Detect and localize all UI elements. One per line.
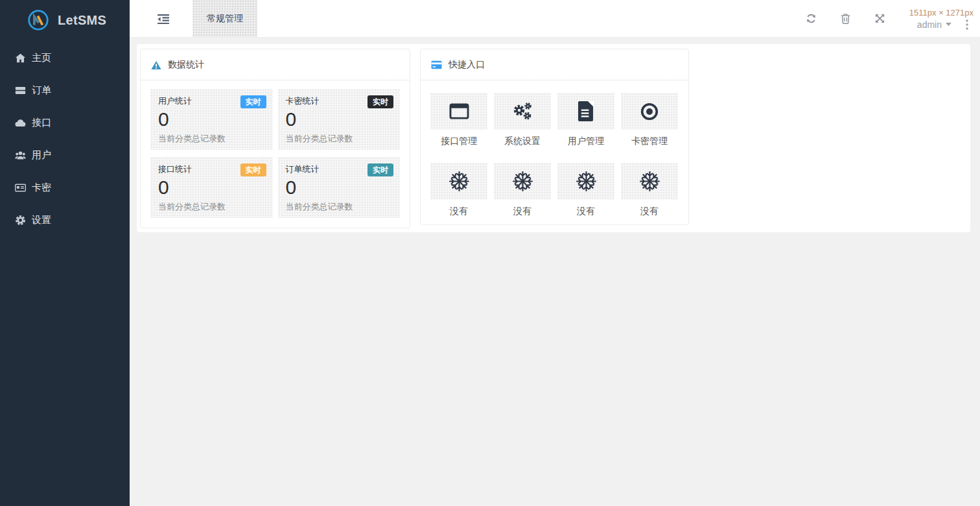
sidebar-item-home[interactable]: 主页 <box>0 42 130 74</box>
quick-tiles-grid: 接口管理 <box>421 80 688 230</box>
tile-label: 没有 <box>557 206 614 217</box>
stats-grid: 用户统计 实时 0 当前分类总记录数 卡密统计 实时 0 当前分类总记录数 <box>141 80 410 226</box>
chevron-down-icon[interactable] <box>946 23 951 26</box>
tile-label: 用户管理 <box>557 136 614 147</box>
stat-value: 0 <box>158 108 265 131</box>
topbar: 常规管理 <box>130 0 980 38</box>
home-icon <box>14 52 26 64</box>
stat-subtitle: 当前分类总记录数 <box>286 201 393 213</box>
quick-tile-interface-management[interactable]: 接口管理 <box>430 93 487 147</box>
sidebar-item-users[interactable]: 用户 <box>0 139 130 171</box>
quick-card-title: 快捷入口 <box>449 59 485 71</box>
sidebar-toggle-button[interactable] <box>158 13 169 25</box>
brand-logo-icon <box>27 9 49 31</box>
status-badge: 实时 <box>240 163 266 176</box>
admin-row: admin <box>909 19 974 30</box>
quick-card-header: 快捷入口 <box>421 49 688 80</box>
sidebar-nav: 主页 订单 接口 <box>0 40 130 236</box>
sidebar-item-label: 设置 <box>32 214 51 226</box>
content-panel: 数据统计 用户统计 实时 0 当前分类总记录数 卡密统计 实时 0 <box>137 44 970 232</box>
kebab-menu-icon[interactable] <box>966 19 968 30</box>
snowflake-icon <box>557 163 614 200</box>
quick-entry-card: 快捷入口 接口管理 <box>420 49 689 225</box>
stat-subtitle: 当前分类总记录数 <box>158 133 265 145</box>
stat-box-users: 用户统计 实时 0 当前分类总记录数 <box>150 89 273 150</box>
sidebar-item-interfaces[interactable]: 接口 <box>0 106 130 139</box>
stat-value: 0 <box>286 176 393 199</box>
stats-card: 数据统计 用户统计 实时 0 当前分类总记录数 卡密统计 实时 0 <box>140 49 410 228</box>
window-icon <box>430 93 487 130</box>
stat-subtitle: 当前分类总记录数 <box>286 133 393 145</box>
server-icon <box>14 84 26 96</box>
quick-tile-system-settings[interactable]: 系统设置 <box>494 93 551 147</box>
tile-label: 系统设置 <box>494 136 551 147</box>
file-icon <box>557 93 614 130</box>
snowflake-icon <box>430 163 487 200</box>
snowflake-icon <box>494 163 551 200</box>
quick-tile-user-management[interactable]: 用户管理 <box>557 93 614 147</box>
sidebar-item-orders[interactable]: 订单 <box>0 74 130 106</box>
content-area: 数据统计 用户统计 实时 0 当前分类总记录数 卡密统计 实时 0 <box>130 38 980 506</box>
id-card-icon <box>14 182 26 193</box>
sidebar-item-label: 用户 <box>32 149 51 162</box>
dot-circle-icon <box>621 93 678 130</box>
tile-label: 没有 <box>430 206 487 217</box>
cogs-icon <box>494 93 551 130</box>
credit-card-icon <box>431 60 442 69</box>
refresh-button[interactable] <box>806 13 816 24</box>
warning-icon <box>151 60 161 70</box>
status-badge: 实时 <box>368 95 393 108</box>
users-icon <box>14 149 26 161</box>
quick-tile-card-management[interactable]: 卡密管理 <box>621 93 678 147</box>
quick-tile-none-1[interactable]: 没有 <box>430 163 487 217</box>
sidebar-item-label: 接口 <box>32 117 51 129</box>
sidebar-item-label: 主页 <box>32 52 51 64</box>
tile-label: 接口管理 <box>430 136 487 147</box>
user-block: 1511px × 1271px admin <box>909 8 974 30</box>
trash-button[interactable] <box>841 13 850 24</box>
sidebar-item-cards[interactable]: 卡密 <box>0 171 130 204</box>
tab-general-management[interactable]: 常规管理 <box>192 0 257 37</box>
stat-box-orders: 订单统计 实时 0 当前分类总记录数 <box>278 157 401 218</box>
cloud-icon <box>14 117 26 128</box>
brand: LetSMS <box>0 0 130 40</box>
snowflake-icon <box>621 163 678 200</box>
stat-value: 0 <box>286 108 393 131</box>
quick-tile-none-2[interactable]: 没有 <box>494 163 551 217</box>
stat-box-cards: 卡密统计 实时 0 当前分类总记录数 <box>278 89 401 150</box>
tab-label: 常规管理 <box>207 13 243 25</box>
expand-icon[interactable] <box>875 13 885 24</box>
app-window: LetSMS 主页 订单 接口 <box>0 0 980 506</box>
status-badge: 实时 <box>368 163 393 176</box>
stats-card-header: 数据统计 <box>141 49 410 80</box>
sidebar-item-label: 订单 <box>32 84 51 97</box>
stats-card-title: 数据统计 <box>168 59 204 71</box>
stat-box-interfaces: 接口统计 实时 0 当前分类总记录数 <box>150 157 273 218</box>
stat-subtitle: 当前分类总记录数 <box>158 201 265 213</box>
viewport-size-label: 1511px × 1271px <box>909 8 974 18</box>
tile-label: 没有 <box>494 206 551 217</box>
tile-label: 卡密管理 <box>621 136 678 147</box>
gear-icon <box>14 214 26 226</box>
sidebar-item-settings[interactable]: 设置 <box>0 204 130 236</box>
sidebar: LetSMS 主页 订单 接口 <box>0 0 130 506</box>
sidebar-item-label: 卡密 <box>32 182 51 194</box>
user-menu[interactable]: admin <box>917 19 942 30</box>
main-area: 常规管理 <box>130 0 980 506</box>
quick-tile-none-3[interactable]: 没有 <box>557 163 614 217</box>
tile-label: 没有 <box>621 206 678 217</box>
status-badge: 实时 <box>240 95 266 108</box>
quick-tile-none-4[interactable]: 没有 <box>621 163 678 217</box>
stat-value: 0 <box>158 176 265 199</box>
topbar-right: 1511px × 1271px admin <box>806 0 980 37</box>
brand-name: LetSMS <box>58 13 106 28</box>
